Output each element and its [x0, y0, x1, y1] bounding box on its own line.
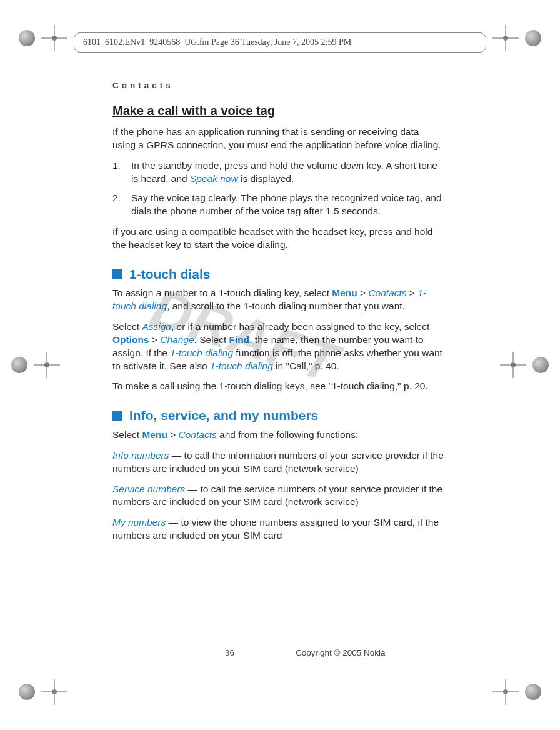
text: . Select: [194, 334, 229, 345]
ui-term: Menu: [142, 429, 167, 440]
registration-disc-icon: [525, 30, 541, 46]
paragraph: Info numbers — to call the information n…: [112, 449, 444, 476]
registration-cross-icon: [41, 679, 68, 705]
text: >: [168, 429, 179, 440]
ui-term: Find: [229, 334, 250, 345]
paragraph: My numbers — to view the phone numbers a…: [112, 516, 444, 542]
ui-term: Service numbers: [112, 484, 185, 494]
page-footer: 36 Copyright © 2005 Nokia: [112, 648, 444, 658]
page-body: DRAFT Contacts Make a call with a voice …: [112, 80, 444, 550]
copyright: Copyright © 2005 Nokia: [296, 648, 386, 658]
ui-term: Menu: [332, 288, 357, 298]
registration-cross-icon: [500, 352, 526, 378]
heading-text: 1-touch dials: [129, 266, 211, 283]
list-item: 1. In the standby mode, press and hold t…: [112, 159, 444, 186]
text: in "Call," p. 40.: [273, 361, 339, 371]
crop-mark-top-right: [492, 25, 541, 51]
page-number: 36: [225, 648, 234, 658]
list-number: 2.: [112, 192, 125, 218]
ui-term: 1-touch dialing: [210, 361, 273, 371]
text: >: [407, 288, 418, 298]
list-text: In the standby mode, press and hold the …: [131, 159, 444, 186]
paragraph: Service numbers — to call the service nu…: [112, 483, 444, 509]
crop-mark-top-left: [19, 25, 68, 51]
registration-disc-icon: [19, 684, 35, 700]
ui-term: Contacts: [179, 429, 217, 440]
list-number: 1.: [112, 159, 125, 186]
ui-term: Contacts: [368, 288, 406, 298]
paragraph: If the phone has an application running …: [112, 126, 444, 152]
paragraph: If you are using a compatible headset wi…: [112, 226, 444, 252]
text: , and scroll to the 1-touch dialing numb…: [167, 301, 405, 311]
heading-1touch: 1-touch dials: [112, 266, 444, 283]
ui-term: Speak now: [190, 173, 238, 184]
ui-term: Info numbers: [112, 450, 169, 461]
crop-mark-bottom-left: [19, 679, 68, 705]
square-bullet-icon: [112, 411, 122, 421]
list-text: Say the voice tag clearly. The phone pla…: [131, 192, 444, 218]
registration-cross-icon: [492, 679, 519, 705]
crop-mark-mid-left: [11, 352, 60, 378]
text: and from the following functions:: [217, 429, 359, 440]
text: To assign a number to a 1-touch dialing …: [112, 288, 332, 298]
crop-mark-bottom-right: [492, 679, 541, 705]
crop-mark-mid-right: [500, 352, 549, 378]
paragraph: Select Assign, or if a number has alread…: [112, 321, 444, 373]
ui-term: My numbers: [112, 517, 166, 528]
paragraph: To assign a number to a 1-touch dialing …: [112, 287, 444, 313]
framemaker-header: 6101_6102.ENv1_9240568_UG.fm Page 36 Tue…: [74, 32, 486, 52]
text: is displayed.: [238, 173, 294, 184]
text: >: [149, 334, 161, 345]
heading-voice-tag: Make a call with a voice tag: [112, 102, 444, 119]
registration-disc-icon: [532, 357, 549, 373]
paragraph: To make a call using the 1-touch dialing…: [112, 380, 444, 393]
registration-cross-icon: [34, 352, 60, 378]
list-item: 2. Say the voice tag clearly. The phone …: [112, 192, 444, 218]
ui-term: Options: [112, 334, 149, 345]
text: , or if a number has already been assign…: [171, 321, 429, 332]
registration-cross-icon: [41, 25, 68, 51]
ui-term: Change: [160, 334, 194, 345]
running-header: Contacts: [112, 80, 444, 91]
text: >: [358, 288, 369, 298]
text: Select: [112, 321, 142, 332]
registration-cross-icon: [492, 25, 519, 51]
registration-disc-icon: [19, 30, 35, 46]
paragraph: Select Menu > Contacts and from the foll…: [112, 429, 444, 442]
heading-info-service: Info, service, and my numbers: [112, 407, 444, 424]
heading-text: Info, service, and my numbers: [129, 407, 318, 424]
ui-term: Assign: [142, 321, 171, 332]
text: Select: [112, 429, 142, 440]
ui-term: 1-touch dialing: [170, 348, 233, 358]
square-bullet-icon: [112, 269, 122, 279]
registration-disc-icon: [525, 684, 541, 700]
numbered-list: 1. In the standby mode, press and hold t…: [112, 159, 444, 218]
registration-disc-icon: [11, 357, 28, 373]
